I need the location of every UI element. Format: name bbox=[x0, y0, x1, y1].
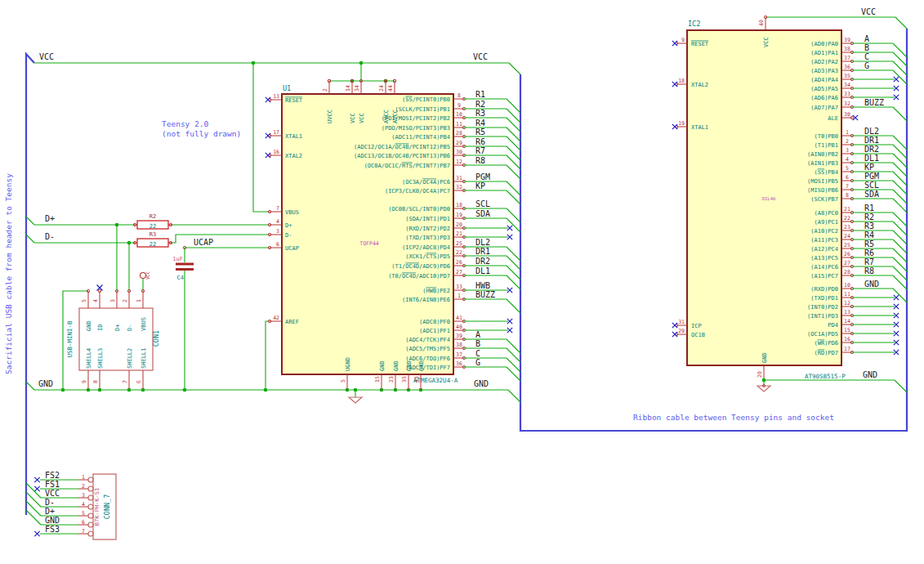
tspan: AREF bbox=[285, 319, 299, 325]
tspan: VBUS bbox=[285, 209, 299, 216]
tspan: 1 bbox=[136, 299, 142, 302]
ic2-bus-entry-22 bbox=[893, 222, 907, 235]
tspan: G bbox=[864, 61, 869, 70]
dminus-bus-entry bbox=[26, 235, 34, 243]
tspan: 2 bbox=[322, 88, 328, 92]
tspan: 33 bbox=[844, 91, 850, 97]
u1-net-label-9: R2 bbox=[475, 100, 485, 109]
tspan: DR1 bbox=[864, 136, 879, 145]
c4-value: 1uF bbox=[172, 256, 183, 262]
ic2-pin-name-27: (A14)PC6 bbox=[810, 264, 838, 271]
conn7-pin-num-1: 1 bbox=[82, 474, 85, 481]
u1-net-label-27: DL1 bbox=[475, 266, 490, 275]
tspan: 37 bbox=[844, 55, 850, 61]
tspan: (ADC4/TCK)PF4 bbox=[405, 337, 450, 343]
vcc-rail-bus-entry bbox=[509, 63, 520, 74]
tspan: 17 bbox=[273, 129, 279, 136]
tspan: (T0)PB0 bbox=[814, 133, 838, 140]
u1-top-pin-num-34: 34 bbox=[354, 85, 360, 92]
tspan: UCAP bbox=[194, 238, 213, 247]
tspan: IC2 bbox=[688, 20, 700, 28]
tspan: (SDA/INT1)PD1 bbox=[405, 216, 450, 222]
tspan: 37 bbox=[456, 351, 462, 358]
ic2-pin-name-11: (TXD)PD1 bbox=[810, 295, 838, 302]
tspan: D+ bbox=[45, 214, 55, 223]
dot bbox=[264, 388, 268, 392]
ic2-pin-name-23: (A10)PC2 bbox=[810, 228, 838, 235]
u1-pin-name-30: (ADC13/OC1B/OC4B/PCINT13)PB6 bbox=[354, 153, 450, 159]
dot bbox=[61, 388, 65, 392]
schematic-drawing: Sacrificial USB cable from header to Tee… bbox=[0, 0, 924, 564]
dot bbox=[354, 388, 358, 392]
ic2-net-label-37: C bbox=[864, 52, 869, 61]
tspan: DR1 bbox=[475, 247, 490, 256]
usb-pin-name-4: ID bbox=[97, 325, 104, 331]
ic2-pin-name-17: (RD)PD7 bbox=[814, 350, 838, 356]
u1-net-label-22: DR1 bbox=[475, 247, 490, 256]
conn7-pin-num-6: 6 bbox=[82, 519, 85, 526]
tspan: R2 bbox=[475, 100, 485, 109]
u1-bus-entry-31 bbox=[507, 181, 520, 195]
u1-pin-name-37: (ADC6/TDO)PF6 bbox=[405, 356, 450, 362]
ic2-pin-name-30: ALE bbox=[828, 115, 838, 122]
u1-net-label-31: PGM bbox=[475, 172, 490, 181]
ic2-net-label-27: R7 bbox=[864, 257, 874, 266]
u1-pin-num-18: 18 bbox=[456, 202, 462, 208]
u1-net-label-33: HWB bbox=[475, 281, 490, 290]
conn7-net-label-1: FS2 bbox=[45, 471, 60, 480]
c4-ref: C4 bbox=[177, 275, 184, 281]
ic2-pin-num-39: 39 bbox=[844, 37, 850, 43]
tspan: SCL bbox=[864, 181, 879, 190]
tspan: R4 bbox=[475, 119, 485, 128]
tspan: (INT6/AIN0)PE6 bbox=[402, 297, 450, 303]
tspan: 10 bbox=[456, 111, 462, 118]
tspan: (A13)PC5 bbox=[810, 255, 838, 262]
conn7-pin-num-7: 7 bbox=[82, 528, 85, 535]
ic2-pin-num-28: 28 bbox=[844, 269, 850, 275]
u1-bottom-pin-num-43: 43 bbox=[413, 376, 420, 383]
tspan: (ADC6/TDO)PF6 bbox=[405, 356, 450, 362]
tspan: R8 bbox=[864, 266, 874, 275]
tspan: (INT0)PD2 bbox=[807, 304, 838, 311]
u1-pin-name-19: (SDA/INT1)PD1 bbox=[405, 216, 450, 222]
u1-top-pin-num-44: 44 bbox=[387, 85, 394, 92]
tspan: OC4D bbox=[405, 263, 419, 270]
tspan: XTAL2 bbox=[691, 82, 708, 88]
u1-pin-name-27: (T0/OC4D/ADC10)PD7 bbox=[388, 273, 450, 280]
tspan: 43 bbox=[413, 376, 420, 383]
ic2-gnd-pin-name: GND bbox=[761, 352, 768, 363]
u1-top-pin-name-2: UVCC bbox=[327, 110, 333, 123]
ic2-net-label-10: GND bbox=[864, 280, 879, 289]
tspan: 3 bbox=[109, 299, 116, 302]
u1-pin-num-27: 27 bbox=[456, 269, 462, 275]
tspan: Ribbon cable between Teensy pins and soc… bbox=[633, 413, 834, 422]
tspan: )PD5 bbox=[436, 253, 450, 260]
u1-pin-num-25: 25 bbox=[456, 240, 462, 247]
tspan: DL2 bbox=[475, 238, 490, 247]
ic2-net-label-3: DR2 bbox=[864, 145, 879, 154]
u1-pin-name-40: (ADC1)PF1 bbox=[419, 328, 450, 334]
tspan: R6 bbox=[475, 137, 485, 146]
tspan: 3 bbox=[846, 147, 849, 154]
usb-pin-name-5: GND bbox=[86, 320, 92, 331]
tspan: D- bbox=[45, 232, 55, 241]
tspan: DR2 bbox=[864, 145, 879, 154]
usb-pin-num-3: 3 bbox=[109, 299, 116, 302]
ic2-pin-name-22: (A9)PC1 bbox=[814, 219, 838, 226]
tspan: (ICP2/ADC8)PD4 bbox=[402, 244, 450, 251]
tspan: (AD0)PA0 bbox=[810, 41, 838, 47]
u1-net-label-39: A bbox=[475, 330, 480, 339]
ic2-bus-entry-37 bbox=[893, 61, 907, 75]
tspan: (TXD/INT3)PD3 bbox=[405, 235, 450, 241]
u1-net-label-37: C bbox=[475, 349, 480, 358]
tspan: Sacrificial USB cable from header to Tee… bbox=[4, 173, 13, 374]
ic2-pin-name-16: (WR)PD6 bbox=[814, 340, 838, 347]
ic2-pin-name-31: ICP bbox=[691, 323, 702, 329]
tspan: FS2 bbox=[45, 471, 60, 480]
tspan: 1 bbox=[846, 129, 849, 136]
tspan: 28 bbox=[456, 130, 462, 137]
tspan: 9 bbox=[81, 380, 87, 383]
tspan: D- bbox=[285, 232, 292, 239]
ic2-pin-num-23: 23 bbox=[844, 224, 850, 231]
u1-pin-num-19: 19 bbox=[456, 212, 462, 218]
